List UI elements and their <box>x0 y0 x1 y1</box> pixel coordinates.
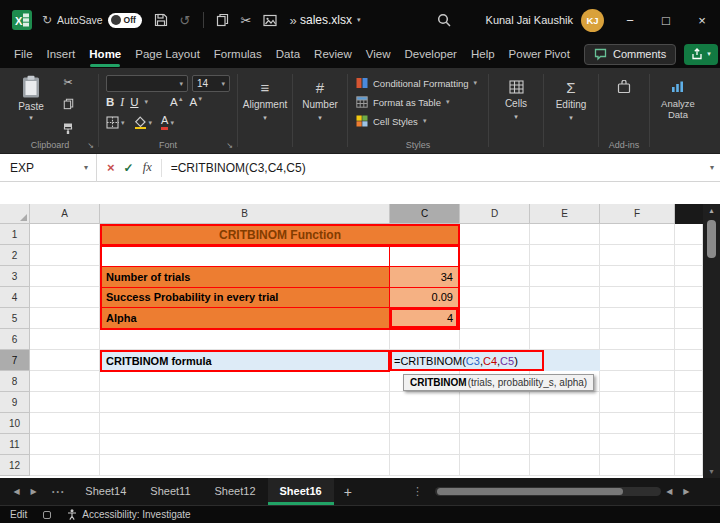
cell-F6[interactable] <box>600 329 675 350</box>
qat-overflow-button[interactable]: » <box>289 13 296 28</box>
row-header-3[interactable]: 3 <box>0 266 30 287</box>
cell-A8[interactable] <box>30 371 100 392</box>
cell-A9[interactable] <box>30 392 100 413</box>
horizontal-scrollbar[interactable] <box>435 487 661 496</box>
accessibility-status[interactable]: Accessibility: Investigate <box>67 509 190 520</box>
cell-D3[interactable] <box>460 266 530 287</box>
cell-B6[interactable] <box>100 329 390 350</box>
maximize-button[interactable]: □ <box>648 0 684 40</box>
column-header-A[interactable]: A <box>30 204 100 224</box>
share-button[interactable]: ▾ <box>684 44 718 65</box>
ribbon-tab-file[interactable]: File <box>14 40 33 68</box>
save-button[interactable] <box>154 13 168 27</box>
cell-B10[interactable] <box>100 413 390 434</box>
borders-button[interactable]: ▾ <box>106 116 125 129</box>
cell-F10[interactable] <box>600 413 675 434</box>
shrink-font-button[interactable]: A▼ <box>190 96 204 108</box>
font-dialog-launcher[interactable]: ↘ <box>226 141 233 150</box>
cell-G12[interactable] <box>675 455 703 476</box>
cell-C12[interactable] <box>390 455 460 476</box>
cell-styles-button[interactable]: Cell Styles ▾ <box>356 115 426 127</box>
vertical-scroll-thumb[interactable] <box>707 220 716 258</box>
undo-button[interactable]: ↺ <box>180 13 191 28</box>
qat-picture-button[interactable] <box>263 14 277 27</box>
sheet-nav-left-icon[interactable]: ◀ <box>8 487 25 496</box>
cell-C6[interactable] <box>390 329 460 350</box>
row-header-7[interactable]: 7 <box>0 350 30 371</box>
column-header-F[interactable]: F <box>600 204 675 224</box>
cell-D10[interactable] <box>460 413 530 434</box>
cell-G1[interactable] <box>675 224 703 245</box>
cell-G9[interactable] <box>675 392 703 413</box>
font-color-button[interactable]: A▾ <box>161 115 174 130</box>
probability-label-cell[interactable]: Success Probability in every trial <box>102 288 390 308</box>
row-header-2[interactable]: 2 <box>0 245 30 266</box>
sheet-tab-sheet12[interactable]: Sheet12 <box>203 478 268 505</box>
cell-B11[interactable] <box>100 434 390 455</box>
cell-F9[interactable] <box>600 392 675 413</box>
cell-A11[interactable] <box>30 434 100 455</box>
trials-label-cell[interactable]: Number of trials <box>102 267 390 287</box>
cell-G11[interactable] <box>675 434 703 455</box>
cell-E9[interactable] <box>530 392 600 413</box>
cell-D11[interactable] <box>460 434 530 455</box>
autosave-switch[interactable]: Off <box>108 13 142 28</box>
probability-value-cell[interactable]: 0.09 <box>390 288 458 308</box>
column-header-E[interactable]: E <box>530 204 600 224</box>
cell-B9[interactable] <box>100 392 390 413</box>
scroll-down-icon[interactable]: ▾ <box>703 467 720 476</box>
formula-input[interactable]: =CRITBINOM(C3,C4,C5) <box>171 161 306 175</box>
sheet-options-icon[interactable]: ⋮ <box>412 485 423 498</box>
underline-options-icon[interactable]: ▾ <box>144 98 148 106</box>
row-header-9[interactable]: 9 <box>0 392 30 413</box>
ribbon-tab-help[interactable]: Help <box>471 40 495 68</box>
name-box[interactable]: EXP ▾ <box>0 154 97 182</box>
bold-button[interactable]: B <box>106 96 114 108</box>
clipboard-dialog-launcher[interactable]: ↘ <box>87 141 94 150</box>
cell-E5[interactable] <box>530 308 600 329</box>
cell-G4[interactable] <box>675 287 703 308</box>
cell-A4[interactable] <box>30 287 100 308</box>
sheet-list-ellipsis[interactable]: ••• <box>52 488 65 495</box>
font-name-combo[interactable]: ▾ <box>106 75 188 92</box>
cell-A6[interactable] <box>30 329 100 350</box>
alpha-label-cell[interactable]: Alpha <box>102 308 390 328</box>
ribbon-tab-formulas[interactable]: Formulas <box>214 40 262 68</box>
sheet-nav-right-icon[interactable]: ▶ <box>25 487 42 496</box>
copy-button[interactable] <box>63 96 74 114</box>
cancel-button[interactable]: × <box>107 160 115 175</box>
cell-A1[interactable] <box>30 224 100 245</box>
font-size-combo[interactable]: 14▾ <box>192 75 230 92</box>
cell-F2[interactable] <box>600 245 675 266</box>
ribbon-tab-power-pivot[interactable]: Power Pivot <box>509 40 570 68</box>
search-button[interactable] <box>437 13 451 29</box>
cell-E6[interactable] <box>530 329 600 350</box>
cell-A7[interactable] <box>30 350 100 371</box>
row-header-4[interactable]: 4 <box>0 287 30 308</box>
cell-F8[interactable] <box>600 371 675 392</box>
cell-E4[interactable] <box>530 287 600 308</box>
row-header-8[interactable]: 8 <box>0 371 30 392</box>
minimize-button[interactable]: − <box>612 0 648 40</box>
conditional-formatting-button[interactable]: Conditional Formatting ▾ <box>356 77 477 89</box>
cell-A2[interactable] <box>30 245 100 266</box>
cell-G7[interactable] <box>675 350 703 371</box>
cell-F1[interactable] <box>600 224 675 245</box>
cell-A12[interactable] <box>30 455 100 476</box>
cell-E12[interactable] <box>530 455 600 476</box>
column-header-D[interactable]: D <box>460 204 530 224</box>
row-header-12[interactable]: 12 <box>0 455 30 476</box>
formula-label-cell[interactable]: CRITBINOM formula <box>100 350 390 372</box>
row-header-11[interactable]: 11 <box>0 434 30 455</box>
h-scroll-right-icon[interactable]: ▶ <box>678 487 695 496</box>
autosave-toggle[interactable]: ↻ AutoSave Off <box>42 13 142 28</box>
cell-A3[interactable] <box>30 266 100 287</box>
cell-F12[interactable] <box>600 455 675 476</box>
cell-B8[interactable] <box>100 371 390 392</box>
cell-A10[interactable] <box>30 413 100 434</box>
cell-G6[interactable] <box>675 329 703 350</box>
ribbon-tab-home[interactable]: Home <box>89 40 121 68</box>
fill-color-button[interactable]: ▾ <box>134 116 153 129</box>
cell-G2[interactable] <box>675 245 703 266</box>
qat-cut-button[interactable]: ✂ <box>241 13 252 28</box>
